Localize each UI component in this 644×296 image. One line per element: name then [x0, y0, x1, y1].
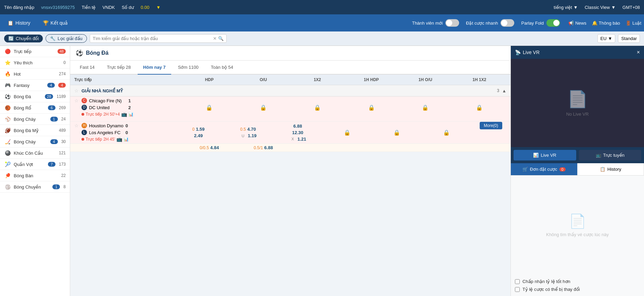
odds-may-change-checkbox[interactable] — [515, 287, 520, 292]
new-member-toggle: Thành viên mới — [412, 19, 459, 27]
sidebar-item-baseball[interactable]: ⚾ Bóng Chày 1 24 — [0, 114, 70, 125]
match-main-1: ☆ C Chicago Fire (N) 1 D DC United 2 — [70, 96, 510, 118]
currency-label: Tiền tệ — [82, 5, 96, 10]
th-1h-hdp: 1H HDP — [344, 77, 399, 82]
live-dot-2 — [81, 138, 84, 141]
accept-better-odds-label: Chấp nhận tỷ lệ tốt hơn — [522, 279, 570, 284]
team-home-1: C Chicago Fire (N) 1 — [81, 98, 134, 103]
match-star-1[interactable]: ☆ — [74, 98, 79, 103]
language-selector[interactable]: tiếng việt ▼ — [554, 5, 578, 10]
sidebar-item-live[interactable]: 🔴 Trực tiếp 48 — [0, 46, 70, 57]
nav-right: 📢 News 🔔 Thông báo 🚪 Luật — [568, 21, 641, 26]
sidebar-item-tennis[interactable]: 🎾 Quần Vợt 7 173 — [0, 159, 70, 170]
tab-all54[interactable]: Toàn bộ 54 — [205, 61, 239, 75]
x12-val2-2[interactable]: 12.30 — [292, 130, 303, 135]
extra-odds-row-2: 0/0.5 4.84 0.5/1 6.88 — [70, 143, 510, 152]
content-area: ⚽ Bóng Đá Fast 14 Trực tiếp 28 Hôm nay 7… — [70, 46, 510, 296]
stream-icon-2[interactable]: 📺 — [116, 137, 122, 142]
nav-history[interactable]: 📋 History — [3, 18, 35, 28]
search-input[interactable] — [93, 36, 213, 41]
top-bar-right: tiếng việt ▼ Classic View ▼ GMT+08 — [554, 5, 640, 10]
nav-news[interactable]: 📢 News — [568, 21, 586, 26]
toggle-group: Thành viên mới Đặt cược nhanh Parlay Fol… — [412, 19, 560, 27]
x12-group-2: 6.88 12.30 X 1.21 — [273, 124, 323, 142]
table-header: Trực tiếp HDP O/U 1X2 1H HDP 1H O/U 1H 1… — [70, 75, 510, 85]
sidebar-item-volleyball[interactable]: 🏐 Bóng Chuyền 1 8 — [0, 181, 70, 193]
x12-cell-2: 6.88 12.30 X 1.21 — [273, 124, 323, 142]
nav-bar: 📋 History 🏆 Kết quả Thành viên mới Đặt c… — [0, 14, 644, 31]
stats-icon-1[interactable]: 📊 — [128, 112, 134, 117]
league-collapse-icon[interactable]: ▲ — [502, 88, 506, 93]
convert-button[interactable]: 🔄 Chuyển đổi — [4, 35, 43, 42]
ou-extra-val-2[interactable]: 6.88 — [264, 145, 273, 150]
x12_1h-lock-1: 🔒 — [476, 104, 483, 111]
tabs-bar: Fast 14 Trực tiếp 28 Hôm nay 7 Sớm 1100 … — [70, 61, 510, 75]
sidebar-item-billiards[interactable]: 🎱 Khúc Côn Cầu 121 — [0, 147, 70, 159]
th-hdp: HDP — [182, 77, 237, 82]
basketball-icon: 🏀 — [4, 105, 11, 111]
live-stream-button[interactable]: 📺 Trực tuyến — [579, 150, 642, 160]
tab-betslip[interactable]: 🛒 Đơn đặt cược 0 — [511, 163, 578, 175]
betslip-empty-icon: 📄 — [569, 213, 586, 229]
match-star-2[interactable]: ☆ — [74, 123, 79, 128]
baseball-icon: ⚾ — [4, 116, 11, 122]
league-mls-header: ☆ GIẢI NHÀ NGHỀ MỸ 3 ▲ — [70, 85, 510, 96]
top-bar: Tên đăng nhập vnsxv316959275 Tiền tệ VND… — [0, 0, 644, 14]
tab-early1100[interactable]: Sớm 1100 — [173, 61, 204, 75]
away-score-2: 0 — [125, 130, 130, 135]
sidebar-item-fantasy[interactable]: 🎮 Fantasy 4 4 — [0, 80, 70, 91]
hdp-extra-row-2: 0/0.5 4.84 — [182, 145, 237, 150]
x12-cell-1: 🔒 — [290, 104, 344, 111]
close-live-vr-button[interactable]: × — [637, 49, 640, 55]
sidebar-item-american-football[interactable]: 🏈 Bóng Đá Mỹ 489 — [0, 125, 70, 136]
sidebar-item-hockey[interactable]: 🏒 Bóng Chày 4 30 — [0, 136, 70, 147]
home-logo-2: H — [81, 123, 87, 128]
sidebar-item-hot[interactable]: 🔥 Hot 274 — [0, 68, 70, 80]
stream-icon-1[interactable]: 📺 — [121, 112, 127, 117]
hdp-bot-val-2[interactable]: 2.49 — [194, 133, 203, 138]
ou-bot-val-2[interactable]: 1.19 — [248, 133, 256, 138]
ou-extra-label-2: 0.5/1 — [254, 145, 263, 150]
live-vr-button[interactable]: 📊 Live VR — [514, 150, 576, 160]
ou-extra-cell-2: 0.5/1 6.88 — [236, 145, 290, 150]
x12-val1-2[interactable]: 6.88 — [293, 124, 302, 129]
sidebar-item-basketball[interactable]: 🏀 Bóng Rổ 6 269 — [0, 102, 70, 114]
ou-cell-2: 0.5 4.70 U 1.19 — [223, 127, 273, 138]
tab-fast14[interactable]: Fast 14 — [74, 61, 100, 75]
ou-top-row-2: 0.5 4.70 — [223, 127, 273, 132]
more-button-1[interactable]: More(0) — [480, 122, 502, 129]
sidebar-item-football[interactable]: ⚽ Bóng Đá 28 1189 — [0, 91, 70, 102]
ou-lock-1: 🔒 — [260, 104, 267, 111]
nav-notification[interactable]: 🔔 Thông báo — [592, 21, 620, 26]
tab-today7[interactable]: Hôm nay 7 — [138, 61, 171, 75]
accept-better-odds-checkbox[interactable] — [515, 279, 520, 284]
th-match: Trực tiếp — [74, 77, 182, 82]
sidebar-item-favorites[interactable]: ⭐ Yêu thích 0 — [0, 57, 70, 68]
history-panel-icon: 📋 — [600, 167, 605, 172]
sidebar-item-tabletennis[interactable]: 🏓 Bóng Bàn 22 — [0, 170, 70, 181]
hdp-top-val-2[interactable]: 1.59 — [196, 127, 204, 132]
new-member-switch[interactable] — [445, 19, 459, 27]
stats-icon-2[interactable]: 📊 — [124, 137, 129, 142]
th-1h-ou: 1H O/U — [399, 77, 453, 82]
balance-dropdown-icon[interactable]: ▼ — [156, 5, 161, 10]
tab-live28[interactable]: Trực tiếp 28 — [101, 61, 136, 75]
quick-bet-switch[interactable] — [501, 19, 514, 27]
filter-button[interactable]: 🔧 Lọc giải đấu — [46, 34, 87, 43]
match-teams-1: C Chicago Fire (N) 1 D DC United 2 — [81, 98, 134, 117]
hdp-extra-val-2[interactable]: 4.84 — [210, 145, 219, 150]
search-icon[interactable]: 🔍 — [218, 36, 224, 41]
nav-results[interactable]: 🏆 Kết quả — [38, 18, 73, 28]
eu-selector[interactable]: EU ▼ — [597, 34, 616, 43]
tab-history[interactable]: 📋 History — [578, 163, 644, 175]
league-star-icon[interactable]: ☆ — [74, 88, 79, 93]
results-icon: 🏆 — [43, 20, 49, 26]
parlay-fold-switch[interactable] — [546, 19, 560, 27]
classic-view-selector[interactable]: Classic View ▼ — [585, 5, 616, 10]
x12-val3-2[interactable]: 1.21 — [298, 137, 306, 142]
nav-logout[interactable]: 🚪 Luật — [626, 21, 641, 26]
standard-selector[interactable]: Standar — [618, 34, 640, 43]
clear-icon[interactable]: ✕ — [213, 36, 217, 41]
main-layout: 🔴 Trực tiếp 48 ⭐ Yêu thích 0 🔥 Hot 274 🎮… — [0, 46, 644, 296]
ou-top-val-2[interactable]: 4.70 — [247, 127, 256, 132]
